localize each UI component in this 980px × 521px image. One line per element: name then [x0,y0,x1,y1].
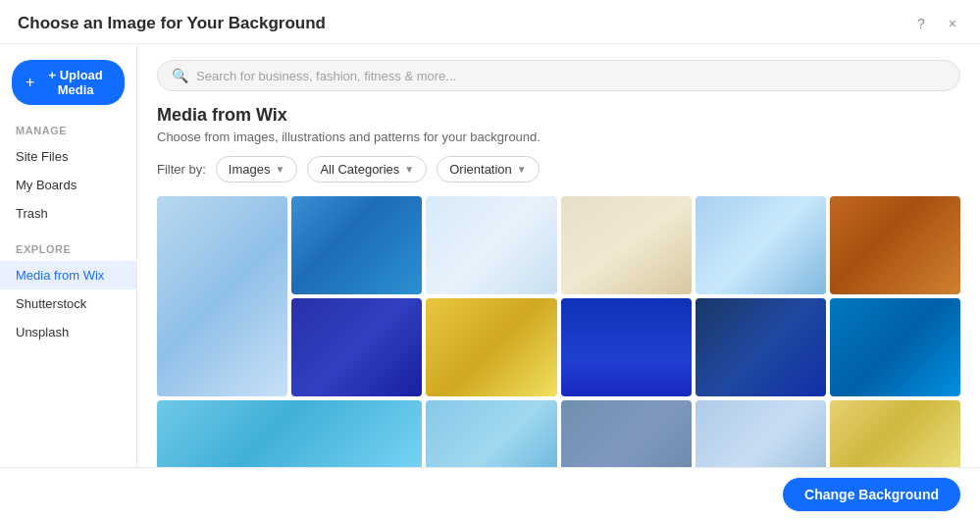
filter-categories[interactable]: All Categories ▼ [307,156,427,182]
image-item[interactable] [291,196,422,294]
upload-media-label: + Upload Media [40,68,111,97]
image-item[interactable] [426,196,556,294]
sidebar: + + Upload Media MANAGE Site Files My Bo… [0,44,137,521]
image-item[interactable] [561,196,692,294]
chevron-down-icon: ▼ [517,164,527,175]
chevron-down-icon: ▼ [275,164,284,175]
manage-label: MANAGE [0,125,136,142]
change-background-button[interactable]: Change Background [783,478,960,511]
image-item[interactable] [291,298,422,396]
main-title: Media from Wix [157,105,960,126]
sidebar-item-site-files[interactable]: Site Files [0,142,136,171]
main-content: 🔍 Media from Wix Choose from images, ill… [137,44,980,521]
dialog-title: Choose an Image for Your Background [18,14,326,33]
explore-label: EXPLORE [0,243,136,261]
image-item[interactable] [426,298,556,396]
main-subtitle: Choose from images, illustrations and pa… [157,130,960,144]
sidebar-item-my-boards[interactable]: My Boards [0,171,136,199]
filters-bar: Filter by: Images ▼ All Categories ▼ Ori… [157,156,960,182]
title-bar-actions: ? × [911,14,962,33]
filter-orientation-label: Orientation [449,162,512,177]
image-item[interactable] [696,196,826,294]
filter-images-label: Images [229,162,271,177]
sidebar-item-shutterstock[interactable]: Shutterstock [0,289,136,318]
search-input[interactable] [196,69,946,83]
explore-section: EXPLORE Media from Wix Shutterstock Unsp… [0,243,136,346]
filter-label: Filter by: [157,162,206,177]
chevron-down-icon: ▼ [404,164,414,175]
search-bar: 🔍 [157,60,960,91]
close-button[interactable]: × [943,14,962,33]
content-area: + + Upload Media MANAGE Site Files My Bo… [0,44,980,521]
filter-categories-label: All Categories [320,162,399,177]
image-item[interactable] [696,298,826,396]
filter-orientation[interactable]: Orientation ▼ [437,156,540,182]
manage-section: MANAGE Site Files My Boards Trash [0,125,136,228]
image-item[interactable] [561,298,692,396]
sidebar-item-unsplash[interactable]: Unsplash [0,318,136,346]
plus-icon: + [26,74,34,91]
upload-media-button[interactable]: + + Upload Media [12,60,125,105]
filter-images[interactable]: Images ▼ [216,156,298,182]
dialog: Choose an Image for Your Background ? × … [0,0,980,521]
image-item[interactable] [830,196,960,294]
sidebar-item-media-from-wix[interactable]: Media from Wix [0,261,136,289]
image-item[interactable] [830,298,960,396]
sidebar-item-trash[interactable]: Trash [0,199,136,228]
help-button[interactable]: ? [911,14,931,33]
image-item[interactable] [157,196,287,396]
bottom-bar: Change Background [0,467,980,521]
search-icon: 🔍 [172,68,188,83]
title-bar: Choose an Image for Your Background ? × [0,0,980,44]
